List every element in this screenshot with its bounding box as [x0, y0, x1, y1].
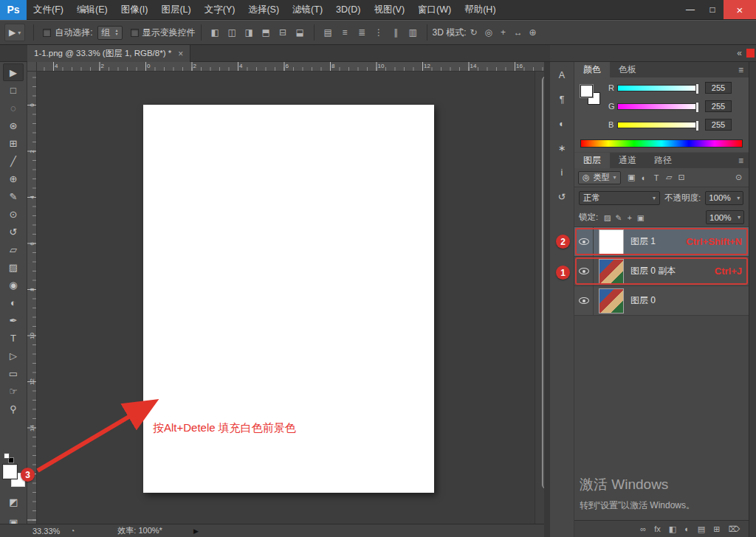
quick-selection-tool[interactable]: ⊛ [3, 117, 24, 134]
new-group-icon[interactable]: ▤ [698, 524, 705, 534]
3d-pan-camera-icon[interactable]: + [496, 25, 511, 40]
new-adjustment-layer-icon[interactable]: ◐ [684, 524, 690, 533]
brush-tool[interactable]: ✎ [3, 187, 24, 205]
quick-mask-icon[interactable]: ◩ [4, 493, 24, 510]
path-selection-tool[interactable]: ▷ [3, 347, 24, 364]
history-panel-icon[interactable]: ↺ [554, 190, 570, 204]
distribute-right-edges-icon[interactable]: ▥ [405, 25, 422, 40]
3d-zoom-camera-icon[interactable]: ⊕ [526, 25, 540, 40]
filter-type-layers-icon[interactable]: T [650, 171, 663, 184]
tab-layers[interactable]: 图层 [574, 153, 610, 168]
hand-tool[interactable]: ☞ [3, 382, 24, 400]
layer-row-layer-0-copy[interactable]: 图层 0 副本 Ctrl+J [574, 257, 749, 286]
adjustments-panel-icon[interactable]: ◐ [554, 117, 570, 131]
link-layers-icon[interactable]: ∞ [640, 524, 646, 533]
foreground-color-swatch[interactable] [3, 465, 17, 479]
tab-channels[interactable]: 通道 [610, 153, 645, 168]
green-slider[interactable] [617, 103, 698, 110]
red-slider[interactable] [617, 85, 698, 91]
filter-adjustment-layers-icon[interactable]: ◐ [638, 171, 650, 184]
menu-item[interactable]: 视图(V) [367, 0, 411, 19]
3d-roll-camera-icon[interactable]: ◎ [481, 25, 496, 40]
blend-mode-dropdown[interactable]: 正常 ▾ [579, 191, 660, 205]
visibility-toggle[interactable] [574, 257, 594, 285]
blur-tool[interactable]: ◉ [3, 276, 24, 294]
filter-pixel-layers-icon[interactable]: ▣ [625, 171, 638, 184]
align-left-edges-icon[interactable]: ◧ [207, 25, 224, 40]
collapse-panels-icon[interactable]: « [737, 48, 742, 58]
close-button[interactable]: × [724, 0, 756, 19]
scrollbar-thumb[interactable] [542, 76, 544, 489]
distribute-bottom-edges-icon[interactable]: ≣ [354, 25, 371, 40]
eraser-tool[interactable]: ▱ [3, 240, 24, 258]
layer-thumbnail[interactable] [599, 229, 624, 254]
filter-smart-objects-icon[interactable]: ⊡ [676, 171, 688, 184]
distribute-left-edges-icon[interactable]: ⋮ [371, 25, 388, 40]
distribute-horizontal-centers-icon[interactable]: ∥ [388, 25, 405, 40]
tab-color[interactable]: 颜色 [574, 62, 610, 77]
move-tool[interactable]: ▶ [3, 63, 24, 81]
3d-slide-camera-icon[interactable]: ↔ [511, 25, 526, 40]
menu-item[interactable]: 图层(L) [154, 0, 197, 19]
layer-thumbnail[interactable] [599, 259, 624, 284]
visibility-toggle[interactable] [574, 286, 594, 315]
rectangular-marquee-tool[interactable]: □ [3, 81, 24, 99]
fill-dropdown[interactable]: 100% ▾ [706, 210, 744, 224]
align-vertical-centers-icon[interactable]: ⊟ [275, 25, 292, 40]
red-value[interactable]: 255 [705, 82, 732, 94]
lock-all-icon[interactable]: ▣ [635, 212, 646, 223]
default-colors-icon[interactable] [4, 453, 14, 463]
panel-scrollbar[interactable] [749, 62, 756, 537]
history-brush-tool[interactable]: ↺ [3, 223, 24, 240]
lock-image-pixels-icon[interactable]: ✎ [613, 212, 624, 223]
lock-position-icon[interactable]: + [624, 212, 635, 223]
menu-item[interactable]: 文字(Y) [198, 0, 242, 19]
menu-item[interactable]: 窗口(W) [411, 0, 458, 19]
filter-shape-layers-icon[interactable]: ▱ [663, 171, 676, 184]
menu-item[interactable]: 3D(D) [329, 0, 367, 19]
menu-item[interactable]: 选择(S) [241, 0, 286, 19]
tab-paths[interactable]: 路径 [645, 153, 681, 168]
gradient-tool[interactable]: ▨ [3, 258, 24, 276]
panel-menu-icon[interactable]: ≡ [738, 153, 749, 168]
document-tab[interactable]: 1-1.png @ 33.3% (图层 1, RGB/8*) * × [27, 45, 190, 62]
tool-preset-picker[interactable]: ▶ ▾ [4, 24, 25, 41]
lock-transparent-pixels-icon[interactable]: ▨ [602, 212, 613, 223]
visibility-toggle[interactable] [574, 227, 594, 256]
filter-switch-icon[interactable]: ⊙ [732, 171, 745, 184]
distribute-top-edges-icon[interactable]: ▤ [320, 25, 337, 40]
distribute-vertical-centers-icon[interactable]: ≡ [337, 25, 354, 40]
layer-style-icon[interactable]: fx [654, 524, 661, 533]
character-panel-icon[interactable]: A [554, 68, 570, 82]
color-spectrum-ramp[interactable] [580, 139, 743, 148]
canvas-scrollbar[interactable] [535, 72, 544, 524]
layer-row-layer-0[interactable]: 图层 0 [574, 286, 749, 316]
rectangle-tool[interactable]: ▭ [3, 364, 24, 382]
zoom-level[interactable]: 33.33% [32, 527, 60, 536]
new-layer-icon[interactable]: ⊞ [713, 524, 720, 534]
dodge-tool[interactable]: ◐ [3, 294, 24, 311]
opacity-dropdown[interactable]: 100% ▾ [705, 191, 743, 205]
add-layer-mask-icon[interactable]: ◧ [669, 524, 676, 534]
delete-layer-icon[interactable]: ⌦ [728, 524, 740, 534]
spot-healing-brush-tool[interactable]: ⊕ [3, 170, 24, 187]
foreground-color-swatch[interactable] [580, 85, 593, 97]
3d-rotate-camera-icon[interactable]: ↻ [467, 25, 481, 40]
menu-item[interactable]: 文件(F) [27, 0, 70, 19]
menu-item[interactable]: 编辑(E) [70, 0, 114, 19]
align-top-edges-icon[interactable]: ⬒ [258, 25, 275, 40]
green-value[interactable]: 255 [705, 100, 732, 112]
blue-value[interactable]: 255 [705, 119, 732, 131]
styles-panel-icon[interactable]: ∗ [554, 141, 570, 155]
menu-item[interactable]: 帮助(H) [458, 0, 502, 19]
info-panel-icon[interactable]: i [554, 165, 570, 179]
menu-item[interactable]: 滤镜(T) [286, 0, 329, 19]
filter-kind-dropdown[interactable]: ◎ 类型 ▾ [578, 171, 621, 184]
blue-slider[interactable] [617, 122, 698, 128]
minimize-button[interactable]: — [679, 0, 701, 19]
layer-row-layer-1[interactable]: 图层 1 Ctrl+Shift+N [574, 227, 749, 257]
horizontal-type-tool[interactable]: T [3, 329, 24, 347]
paragraph-panel-icon[interactable]: ¶ [554, 92, 570, 106]
zoom-tool[interactable]: ⚲ [3, 400, 24, 418]
clone-stamp-tool[interactable]: ⊙ [3, 205, 24, 223]
